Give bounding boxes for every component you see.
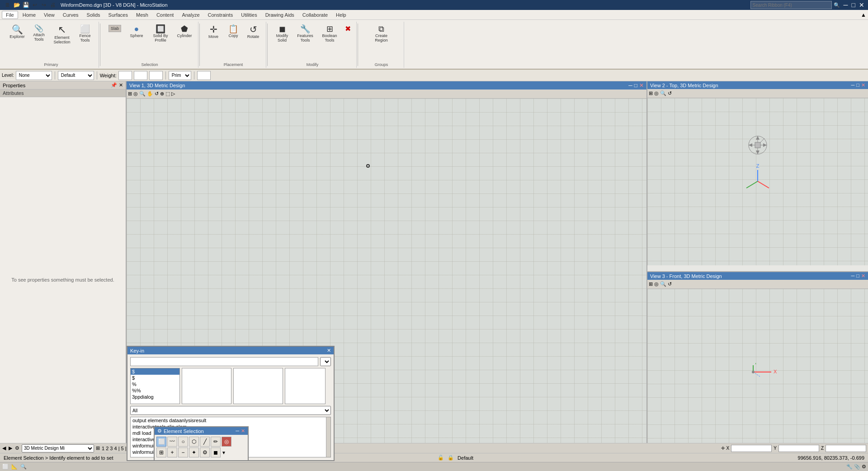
element-selection-btn[interactable]: ↖ ElementSelection xyxy=(51,24,73,46)
menu-utilities[interactable]: Utilities xyxy=(237,11,260,19)
v2-home-btn[interactable]: ⊞ xyxy=(648,90,653,97)
sphere-btn[interactable]: ● Sphere xyxy=(127,24,146,39)
copy-btn[interactable]: 📋 Copy xyxy=(224,24,242,39)
keyin-input[interactable]: winformuiintroduction copy elemwithfilte… xyxy=(130,357,318,366)
v3-fit-btn[interactable]: ◎ xyxy=(654,281,659,287)
view3-minimize-btn[interactable]: ─ xyxy=(851,273,855,279)
view2-restore-btn[interactable]: □ xyxy=(856,82,859,88)
v1-home-btn[interactable]: ⊞ xyxy=(127,90,132,97)
v2-rotate-btn[interactable]: ↺ xyxy=(667,90,672,97)
model-dropdown[interactable]: 3D Metric Design Mi xyxy=(22,444,94,452)
sel-target-btn[interactable]: ◎ xyxy=(222,437,231,447)
sel-apply-btn[interactable]: ◼ xyxy=(211,447,221,457)
keyin-item[interactable]: % xyxy=(131,381,179,387)
open-btn[interactable]: 📂 xyxy=(13,1,21,9)
minimize-btn[interactable]: ─ xyxy=(844,1,848,9)
keyin-item[interactable]: $ xyxy=(131,375,179,381)
v3-home-btn[interactable]: ⊞ xyxy=(648,281,653,287)
menu-drawing-aids[interactable]: Drawing Aids xyxy=(262,11,298,19)
weight-input-2[interactable]: 0 xyxy=(149,71,163,80)
elem-sel-expand-btn[interactable]: ▼ xyxy=(222,450,226,455)
view2-minimize-btn[interactable]: ─ xyxy=(851,82,855,88)
v3-rotate-btn[interactable]: ↺ xyxy=(667,281,672,287)
fence-tools-btn[interactable]: ⬜ FenceTools xyxy=(75,24,95,44)
v2-fit-btn[interactable]: ◎ xyxy=(654,90,659,97)
create-region-btn[interactable]: ⧉ CreateRegion xyxy=(370,24,393,44)
keyin-item[interactable]: %% xyxy=(131,387,179,394)
menu-solids[interactable]: Solids xyxy=(83,11,104,19)
menu-analyze[interactable]: Analyze xyxy=(178,11,203,19)
view1-close-btn[interactable]: ✕ xyxy=(639,82,644,89)
menu-home[interactable]: Home xyxy=(19,11,39,19)
menu-curves[interactable]: Curves xyxy=(59,11,82,19)
modify-solid-btn[interactable]: ◼ ModifySolid xyxy=(272,24,292,44)
keyin-list2[interactable] xyxy=(182,368,231,404)
menu-content[interactable]: Content xyxy=(153,11,178,19)
sel-pencil-btn[interactable]: ✏ xyxy=(211,437,221,447)
menu-view[interactable]: View xyxy=(40,11,58,19)
menu-collaborate[interactable]: Collaborate xyxy=(299,11,331,19)
weight-input-0[interactable]: 0 xyxy=(118,71,132,80)
keyin-list3[interactable] xyxy=(233,368,283,404)
v1-snap-btn[interactable]: ⊕ xyxy=(160,90,165,97)
keyin-filter-dropdown[interactable]: All xyxy=(130,406,331,415)
view3-close-btn[interactable]: ✕ xyxy=(861,273,865,279)
undo-btn[interactable]: ↩ xyxy=(31,1,39,9)
weight-input-1[interactable]: 0 xyxy=(134,71,147,80)
v1-fit-btn[interactable]: ◎ xyxy=(133,90,138,97)
nav-settings-btn[interactable]: ⚙ xyxy=(14,445,20,452)
rotate-btn[interactable]: ↺ Rotate xyxy=(244,24,262,40)
explorer-btn[interactable]: 🔍 Explorer xyxy=(7,24,27,40)
sel-mode-btn[interactable]: ⊞ xyxy=(156,447,166,457)
keyin-close-btn[interactable]: ✕ xyxy=(327,348,331,353)
redo-btn[interactable]: ↪ xyxy=(40,1,48,9)
y-coord-input[interactable]: 79713.436 xyxy=(778,445,819,452)
transparency-input[interactable]: 0 xyxy=(197,71,211,80)
elem-sel-minimize-btn[interactable]: ─ xyxy=(236,428,239,434)
view1-minimize-btn[interactable]: ─ xyxy=(628,82,632,89)
solid-profile-btn[interactable]: 🔲 Solid ByProfile xyxy=(148,24,173,44)
v1-pan-btn[interactable]: ✋ xyxy=(146,90,154,97)
v3-zoom-btn[interactable]: 🔍 xyxy=(660,281,667,287)
properties-pin-btn[interactable]: 📌 xyxy=(111,82,117,88)
move-btn[interactable]: ✛ Move xyxy=(204,24,222,40)
save-btn[interactable]: 💾 xyxy=(22,1,30,9)
nav-forward-btn[interactable]: ▶ xyxy=(8,445,13,452)
sel-rect-btn[interactable]: ⬜ xyxy=(156,437,166,447)
sel-settings-btn[interactable]: ⚙ xyxy=(200,447,210,457)
cylinder-btn[interactable]: ⬟ Cylinder xyxy=(175,24,194,39)
keyin-list4[interactable] xyxy=(285,368,326,404)
style-dropdown[interactable]: Prim xyxy=(169,71,191,80)
v1-zoom-btn[interactable]: 🔍 xyxy=(139,90,146,97)
taskbar-icon1[interactable]: ⬜ xyxy=(2,463,9,470)
features-tools-btn[interactable]: 🔧 FeaturesTools xyxy=(294,24,316,44)
search-icon[interactable]: 🔍 xyxy=(834,2,840,8)
sel-lasso-btn[interactable]: 〰 xyxy=(167,437,177,447)
v1-rotate-btn[interactable]: ↺ xyxy=(154,90,159,97)
menu-constraints[interactable]: Constraints xyxy=(204,11,237,19)
print-btn[interactable]: 🖨 xyxy=(49,1,57,9)
search-ribbon-input[interactable] xyxy=(750,1,832,9)
nav-back-btn[interactable]: ◀ xyxy=(2,445,6,452)
keyin-dropdown-btn[interactable] xyxy=(320,357,331,366)
keyin-scrollbar[interactable] xyxy=(326,417,330,457)
v1-element-btn[interactable]: ▷ xyxy=(171,90,175,97)
keyin-list1[interactable]: $ $ % %% 3ppdialog xyxy=(130,368,180,404)
sel-polygon-btn[interactable]: ⬡ xyxy=(189,437,199,447)
ribbon-collapse-btn[interactable]: ▲ xyxy=(861,12,866,18)
menu-surfaces[interactable]: Surfaces xyxy=(105,11,132,19)
menu-help[interactable]: Help xyxy=(332,11,350,19)
taskbar-icon2[interactable]: 📐 xyxy=(11,463,18,470)
taskbar-icon3[interactable]: 🔍 xyxy=(20,463,27,470)
menu-mesh[interactable]: Mesh xyxy=(132,11,152,19)
x-coord-input[interactable]: 98510.102 xyxy=(731,445,772,452)
new-btn[interactable]: 🗎 xyxy=(4,1,12,9)
restore-btn[interactable]: □ xyxy=(852,1,855,9)
sel-circle-btn[interactable]: ○ xyxy=(178,437,188,447)
v2-zoom-btn[interactable]: 🔍 xyxy=(660,90,667,97)
boolean-tools-btn[interactable]: ⊞ BooleanTools xyxy=(318,24,341,44)
keyin-item[interactable]: 3ppdialog xyxy=(131,394,179,400)
close-btn[interactable]: ✕ xyxy=(859,1,864,9)
sel-add-btn[interactable]: + xyxy=(167,447,177,457)
view3-canvas[interactable]: X Y xyxy=(647,289,868,456)
